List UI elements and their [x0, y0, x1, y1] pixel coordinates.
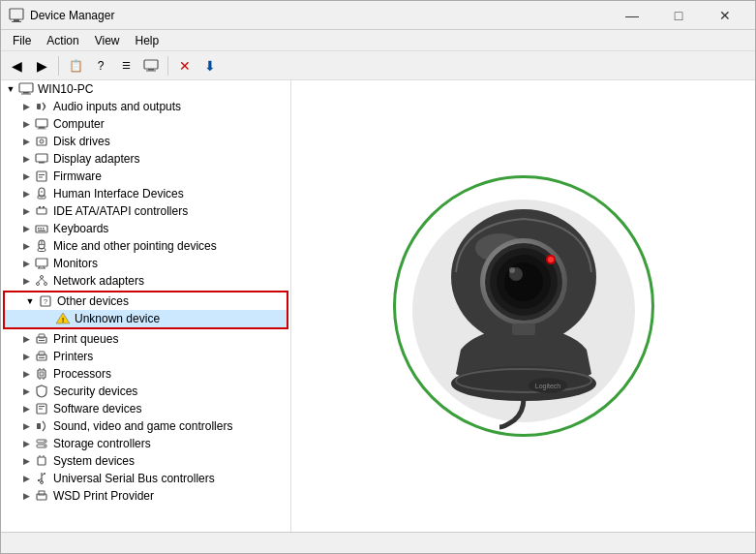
tree-item-mice[interactable]: ▶ Mice and other pointing devices: [1, 237, 290, 255]
device-manager-window: Device Manager — □ ✕ File Action View He…: [0, 0, 756, 554]
svg-rect-2: [12, 21, 21, 22]
usb-icon: [34, 471, 49, 486]
app-icon: [9, 8, 24, 23]
printers-expand: ▶: [18, 349, 34, 364]
display-label: Display adapters: [53, 152, 139, 166]
monitor-icon: [34, 256, 49, 271]
right-panel: Logitech: [291, 80, 755, 532]
minimize-button[interactable]: —: [610, 1, 654, 30]
toolbar: ◀ ▶ 📋 ? ☰ ✕ ⬇: [1, 51, 755, 80]
svg-rect-17: [39, 162, 45, 164]
svg-rect-56: [40, 372, 44, 376]
tree-item-ide[interactable]: ▶ IDE ATA/ATAPI controllers: [1, 202, 290, 220]
hid-icon: [34, 186, 49, 201]
close-button[interactable]: ✕: [703, 1, 747, 30]
properties-button[interactable]: 📋: [64, 54, 87, 77]
tree-item-display[interactable]: ▶ Display adapters: [1, 150, 290, 168]
svg-line-43: [38, 279, 42, 283]
svg-rect-96: [512, 323, 535, 335]
ide-label: IDE ATA/ATAPI controllers: [53, 204, 188, 218]
tree-item-printers[interactable]: ▶ Printers: [1, 348, 290, 365]
system-expand: ▶: [18, 453, 34, 469]
tree-item-hid[interactable]: ▶ Human Interface Devices: [1, 185, 290, 202]
tree-item-processors[interactable]: ▶ Processors: [1, 365, 290, 383]
disable-button[interactable]: ✕: [173, 54, 197, 77]
svg-rect-30: [43, 228, 45, 230]
tree-item-sound[interactable]: ▶ Sound, video and game controllers: [1, 417, 290, 435]
svg-rect-3: [144, 60, 158, 69]
wsd-label: WSD Print Provider: [53, 489, 154, 503]
menu-file[interactable]: File: [5, 32, 39, 49]
menu-bar: File Action View Help: [1, 30, 755, 51]
tree-item-other[interactable]: ▼ ? Other devices: [5, 292, 287, 310]
tree-item-software[interactable]: ▶ Software devices: [1, 400, 290, 417]
tree-item-network[interactable]: ▶ Network adapters: [1, 272, 290, 290]
other-expand: ▼: [22, 293, 38, 309]
svg-rect-28: [38, 228, 40, 230]
wsd-expand: ▶: [18, 488, 34, 504]
tree-item-monitors[interactable]: ▶ Monitors: [1, 255, 290, 272]
svg-text:!: !: [62, 316, 65, 324]
tree-item-unknown[interactable]: ! Unknown device: [5, 310, 287, 327]
storage-expand: ▶: [18, 436, 34, 451]
svg-point-91: [548, 257, 554, 262]
system-label: System devices: [53, 454, 135, 468]
webcam-container: Logitech: [383, 156, 664, 456]
tree-panel[interactable]: ▼ WIN10-PC ▶: [1, 80, 291, 532]
svg-rect-63: [39, 409, 43, 410]
svg-rect-4: [148, 69, 154, 71]
ide-expand: ▶: [18, 203, 34, 219]
svg-rect-19: [39, 174, 45, 175]
sound-expand: ▶: [18, 418, 34, 434]
ide-icon: [34, 203, 49, 219]
svg-point-92: [451, 366, 596, 401]
firmware-expand: ▶: [18, 169, 34, 184]
tree-item-audio[interactable]: ▶ Audio inputs and outputs: [1, 98, 290, 115]
storage-label: Storage controllers: [53, 437, 151, 450]
svg-rect-8: [21, 94, 31, 95]
svg-text:?: ?: [44, 297, 48, 306]
maximize-button[interactable]: □: [656, 1, 701, 30]
svg-rect-25: [39, 206, 41, 208]
audio-expand: ▶: [18, 99, 34, 114]
svg-rect-16: [36, 154, 47, 162]
device-list-button[interactable]: ☰: [114, 54, 137, 77]
tree-item-computer[interactable]: ▶ Computer: [1, 115, 290, 133]
tree-item-storage[interactable]: ▶ Storage controllers: [1, 435, 290, 452]
computer-button[interactable]: [139, 54, 163, 77]
firmware-label: Firmware: [53, 169, 102, 183]
display-expand: ▶: [18, 151, 34, 167]
svg-rect-35: [38, 249, 45, 252]
tree-item-firmware[interactable]: ▶ Firmware: [1, 168, 290, 185]
svg-point-89: [509, 267, 515, 273]
computer-expand: ▶: [18, 116, 34, 132]
title-bar-left: Device Manager: [9, 8, 114, 23]
menu-view[interactable]: View: [87, 32, 128, 49]
update-button[interactable]: ⬇: [198, 54, 222, 77]
tree-item-system[interactable]: ▶ System devices: [1, 452, 290, 470]
firmware-icon: [34, 169, 49, 184]
toolbar-separator-2: [167, 56, 168, 76]
tree-item-security[interactable]: ▶ Security devices: [1, 383, 290, 400]
svg-text:Logitech: Logitech: [534, 383, 560, 390]
menu-action[interactable]: Action: [39, 32, 86, 49]
display-icon: [34, 151, 49, 167]
hid-expand: ▶: [18, 186, 34, 201]
forward-button[interactable]: ▶: [30, 54, 53, 77]
menu-help[interactable]: Help: [128, 32, 167, 49]
tree-item-keyboards[interactable]: ▶ Keyboards: [1, 220, 290, 237]
tree-item-print-queues[interactable]: ▶ Print queues: [1, 330, 290, 348]
svg-rect-64: [37, 423, 41, 429]
tree-item-wsd[interactable]: ▶ WSD Print Provider: [1, 487, 290, 505]
help-button[interactable]: ?: [89, 54, 112, 77]
usb-label: Universal Serial Bus controllers: [53, 472, 215, 485]
print-queues-icon: [34, 331, 49, 347]
svg-rect-26: [43, 206, 45, 208]
tree-item-usb[interactable]: ▶ Universal Serial Bus controllers: [1, 470, 290, 487]
computer-icon: [18, 81, 34, 97]
tree-root[interactable]: ▼ WIN10-PC: [1, 80, 290, 98]
back-button[interactable]: ◀: [5, 54, 28, 77]
mice-expand: ▶: [18, 238, 34, 254]
root-label: WIN10-PC: [38, 82, 93, 96]
tree-item-disk[interactable]: ▶ Disk drives: [1, 133, 290, 150]
